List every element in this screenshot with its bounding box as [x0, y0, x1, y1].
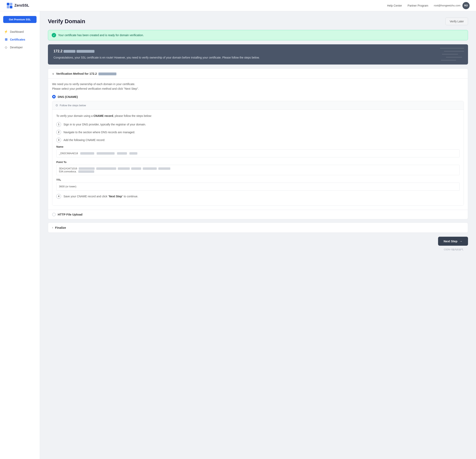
logo: ZeroSSL [6, 2, 29, 9]
domain-banner-description: Congratulations, your SSL certificate is… [53, 55, 340, 60]
point-to-field-label: Point To [56, 161, 460, 164]
finalize-section[interactable]: › Finalize [48, 223, 468, 233]
point-to-blurred-7 [78, 170, 94, 173]
dns-radio-label: DNS (CNAME) [58, 95, 78, 98]
sidebar-item-dashboard-label: Dashboard [10, 30, 24, 33]
circle-check-icon: ⊙ [56, 104, 58, 107]
main-layout: Get Premium SSL ⚡ Dashboard ⊞ Certificat… [0, 11, 476, 459]
point-to-blurred-1 [79, 167, 95, 170]
sidebar-item-certificates-label: Certificates [10, 38, 25, 41]
success-banner: ✓ Your certificate has been created and … [48, 30, 468, 40]
next-step-container: Next Step → [48, 237, 468, 246]
svg-rect-2 [7, 6, 9, 9]
certificates-icon: ⊞ [4, 38, 8, 41]
point-to-blurred-6 [158, 167, 170, 170]
section-header[interactable]: ∨ Verification Method for 172.2 [48, 69, 468, 79]
svg-rect-1 [10, 3, 12, 5]
step-4-number: 4 [56, 194, 61, 199]
sidebar-item-developer[interactable]: ◇ Developer [0, 43, 40, 51]
top-navigation: ZeroSSL Help Center Partner Program root… [0, 0, 476, 11]
get-premium-ssl-button[interactable]: Get Premium SSL [3, 16, 36, 23]
chevron-down-icon: ∨ [52, 72, 54, 75]
http-file-upload-option[interactable]: HTTP File Upload [48, 210, 468, 219]
step-1-text: Sign in to your DNS provider, typically … [63, 122, 146, 127]
success-check-icon: ✓ [52, 33, 56, 37]
intro-line2: Please select your preferred verificatio… [52, 87, 464, 91]
name-blurred-2 [97, 152, 115, 155]
nav-links: Help Center Partner Program root@hongwei… [387, 2, 470, 9]
next-step-button[interactable]: Next Step → [438, 237, 468, 246]
follow-steps-label: Follow the steps below [60, 104, 86, 107]
logo-icon [6, 2, 13, 9]
point-to-blurred-4 [131, 167, 141, 170]
finalize-title: Finalize [55, 226, 66, 229]
ttl-field-value: 3600 (or lower) [56, 182, 460, 191]
svg-rect-0 [7, 3, 9, 5]
http-radio-label: HTTP File Upload [58, 213, 83, 216]
step-4: 4 Save your CNAME record and click "Next… [56, 194, 460, 199]
intro-line1: We need you to verify ownership of each … [52, 82, 464, 86]
dns-radio-button[interactable] [52, 95, 56, 98]
svg-rect-3 [10, 6, 12, 9]
step-3: 3 Add the following CNAME record: [56, 138, 460, 142]
chevron-right-icon: › [52, 226, 53, 229]
name-field-value: _D92C68AAE18 [56, 149, 460, 157]
logo-text: ZeroSSL [14, 3, 29, 8]
step-1: 1 Sign in to your DNS provider, typicall… [56, 122, 460, 127]
step-2-text: Navigate to the section where DNS record… [63, 130, 135, 134]
page-title: Verify Domain [48, 18, 85, 25]
verify-later-button[interactable]: Verify Later [445, 17, 468, 25]
dns-steps-header: ⊙ Follow the steps below [52, 101, 464, 110]
main-content: Verify Domain Verify Later ✓ Your certif… [40, 11, 476, 459]
http-radio-button[interactable] [52, 213, 56, 216]
domain-blurred-1 [63, 50, 76, 53]
domain-banner: 172.2 Congratulations, your SSL certific… [48, 44, 468, 65]
verification-card: ∨ Verification Method for 172.2 We need … [48, 69, 468, 219]
step-2: 2 Navigate to the section where DNS reco… [56, 130, 460, 135]
page-header: Verify Domain Verify Later [48, 17, 468, 25]
avatar[interactable]: RO [462, 2, 470, 9]
sidebar-item-developer-label: Developer [10, 46, 23, 49]
domain-blurred-2 [76, 50, 94, 53]
name-blurred-1 [80, 152, 94, 155]
dns-intro-text: To verify your domain using a CNAME reco… [56, 114, 460, 118]
section-title: Verification Method for 172.2 [56, 72, 116, 75]
step-2-number: 2 [56, 130, 61, 135]
footer-text: CSDN ©版内的迷气 [444, 248, 463, 251]
step-4-text: Save your CNAME record and click "Next S… [63, 194, 138, 199]
point-to-blurred-3 [118, 167, 130, 170]
point-to-field-group: Point To 3DA2A3471016 [56, 161, 460, 175]
section-intro: We need you to verify ownership of each … [48, 79, 468, 93]
success-banner-text: Your certificate has been created and is… [58, 34, 144, 37]
banner-decoration [440, 46, 464, 63]
name-blurred-3 [117, 152, 127, 155]
sidebar-item-dashboard[interactable]: ⚡ Dashboard [0, 28, 40, 35]
partner-program-link[interactable]: Partner Program [408, 4, 428, 7]
dns-steps-box: ⊙ Follow the steps below To verify your … [52, 101, 464, 206]
step-1-number: 1 [56, 122, 61, 127]
footer: CSDN ©版内的迷气 [48, 246, 468, 253]
dns-steps-content: To verify your domain using a CNAME reco… [52, 110, 464, 205]
help-center-link[interactable]: Help Center [387, 4, 402, 7]
dashboard-icon: ⚡ [4, 30, 8, 34]
section-domain-blurred [98, 72, 116, 75]
name-field-label: Name [56, 145, 460, 148]
nav-email: root@hongweizhu.com [434, 4, 460, 7]
point-to-field-value: 3DA2A3471016 534.comodoca. [56, 165, 460, 175]
step-3-number: 3 [56, 138, 61, 142]
name-field-group: Name _D92C68AAE18 [56, 145, 460, 157]
ttl-field-label: TTL [56, 178, 460, 181]
dns-cname-option[interactable]: DNS (CNAME) [48, 93, 468, 101]
domain-banner-title: 172.2 [53, 49, 462, 53]
developer-icon: ◇ [4, 45, 8, 49]
point-to-blurred-5 [143, 167, 157, 170]
step-3-text: Add the following CNAME record: [63, 138, 105, 142]
point-to-blurred-2 [96, 167, 116, 170]
name-blurred-4 [129, 152, 137, 155]
nav-user: root@hongweizhu.com RO [434, 2, 470, 9]
arrow-right-icon: → [459, 240, 462, 243]
sidebar: Get Premium SSL ⚡ Dashboard ⊞ Certificat… [0, 11, 40, 459]
sidebar-item-certificates[interactable]: ⊞ Certificates [0, 35, 40, 43]
ttl-field-group: TTL 3600 (or lower) [56, 178, 460, 191]
